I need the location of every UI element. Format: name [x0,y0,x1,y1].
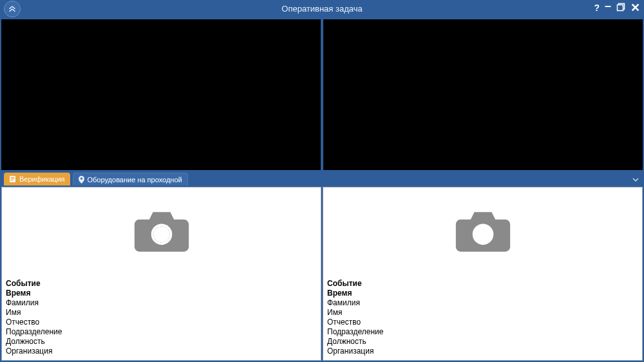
video-pane-left[interactable] [1,19,321,170]
field-organization: Организация [327,347,638,356]
location-pin-icon [79,176,84,184]
tab-verification-label: Верификация [19,175,65,183]
svg-point-6 [80,177,82,179]
field-time: Время [6,289,317,298]
tab-equipment[interactable]: Оборудование на проходной [73,173,188,186]
document-icon [9,175,16,183]
svg-rect-3 [11,177,15,178]
field-patronymic: Отчество [327,318,638,327]
field-time: Время [327,289,638,298]
verification-area: Событие Время Фамилия Имя Отчество Подра… [0,186,644,362]
chevron-down-icon [632,176,639,183]
window-controls: ? – ✕ [594,2,640,14]
video-area [0,18,644,170]
chevrons-up-icon [7,4,17,14]
field-firstname: Имя [6,308,317,318]
app-logo [4,1,21,17]
field-event: Событие [6,279,317,289]
video-pane-right[interactable] [323,19,643,170]
photo-placeholder-left [2,187,321,276]
field-lastname: Фамилия [327,298,638,308]
camera-icon [453,206,513,258]
title-bar: Оперативная задача ? – ✕ [0,0,644,18]
tab-strip: Верификация Оборудование на проходной [0,173,644,186]
svg-rect-4 [11,178,15,179]
help-button[interactable]: ? [594,3,600,12]
restore-button[interactable] [616,3,625,13]
svg-point-13 [153,226,169,242]
verify-pane-right: Событие Время Фамилия Имя Отчество Подра… [323,187,643,361]
close-button[interactable]: ✕ [630,2,640,14]
window-title: Оперативная задача [281,4,362,14]
svg-point-15 [475,226,491,242]
field-lastname: Фамилия [6,298,317,308]
field-department: Подразделение [327,327,638,337]
field-position: Должность [6,337,317,347]
minimize-button[interactable]: – [605,0,611,12]
tab-equipment-label: Оборудование на проходной [88,176,182,184]
field-patronymic: Отчество [6,318,317,327]
fields-right: Событие Время Фамилия Имя Отчество Подра… [323,276,642,360]
svg-rect-1 [618,5,623,11]
field-organization: Организация [6,347,317,356]
restore-icon [616,3,625,12]
camera-icon [132,206,191,258]
tab-overflow-button[interactable] [632,176,639,184]
verify-pane-left: Событие Время Фамилия Имя Отчество Подра… [1,187,321,361]
svg-rect-5 [11,180,14,180]
field-event: Событие [327,279,638,289]
fields-left: Событие Время Фамилия Имя Отчество Подра… [2,276,321,360]
field-firstname: Имя [327,308,638,318]
photo-placeholder-right [323,187,642,276]
field-position: Должность [327,337,638,347]
field-department: Подразделение [6,327,317,337]
tab-verification[interactable]: Верификация [4,173,70,186]
